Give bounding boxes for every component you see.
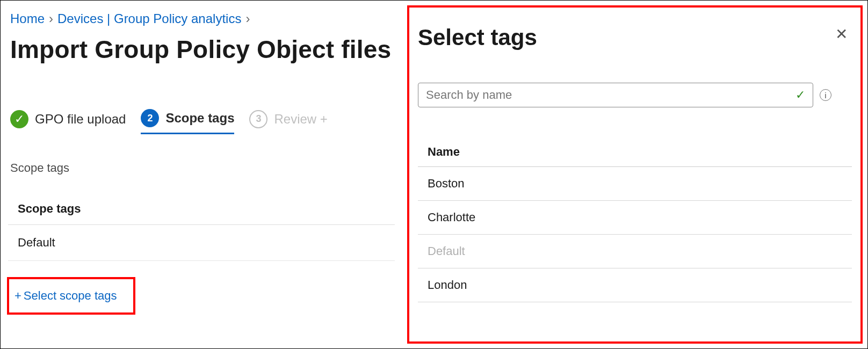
- highlighted-select-scope-tags: + Select scope tags: [7, 277, 135, 315]
- main-pane: Home › Devices | Group Policy analytics …: [1, 1, 404, 348]
- scope-tags-table: Scope tags Default: [8, 202, 395, 261]
- check-icon: [10, 110, 28, 128]
- wizard-steps: GPO file upload 2 Scope tags 3 Review +: [10, 109, 395, 134]
- section-label: Scope tags: [10, 161, 395, 175]
- list-item[interactable]: Boston: [418, 167, 852, 201]
- list-header: Name: [418, 145, 852, 167]
- step-number-icon: 2: [141, 109, 159, 127]
- page-title: Import Group Policy Object files: [10, 35, 395, 64]
- import-gpo-page: Home › Devices | Group Policy analytics …: [0, 0, 868, 349]
- valid-icon: ✓: [795, 88, 805, 102]
- table-header: Scope tags: [8, 202, 395, 225]
- chevron-right-icon: ›: [243, 11, 252, 26]
- list-item[interactable]: London: [418, 268, 852, 302]
- wizard-step-label: Review +: [274, 112, 327, 127]
- table-row: Default: [8, 225, 395, 261]
- wizard-step-gpo-upload[interactable]: GPO file upload: [10, 110, 126, 134]
- step-number-icon: 3: [249, 110, 267, 128]
- breadcrumb-home[interactable]: Home: [10, 11, 45, 26]
- wizard-step-label: Scope tags: [165, 111, 234, 126]
- plus-icon: +: [15, 289, 21, 303]
- tags-list: Name Boston Charlotte Default London: [418, 145, 852, 302]
- search-input-wrapper[interactable]: ✓: [418, 83, 813, 107]
- list-item: Default: [418, 235, 852, 268]
- panel-title: Select tags: [418, 25, 537, 50]
- breadcrumb-section[interactable]: Devices | Group Policy analytics: [57, 11, 241, 26]
- breadcrumb: Home › Devices | Group Policy analytics …: [10, 11, 395, 26]
- chevron-right-icon: ›: [47, 11, 55, 26]
- select-tags-panel: Select tags ✕ ✓ i Name Boston Charlotte …: [407, 5, 863, 344]
- wizard-step-scope-tags[interactable]: 2 Scope tags: [141, 109, 234, 134]
- list-item[interactable]: Charlotte: [418, 201, 852, 235]
- select-link-label: Select scope tags: [24, 289, 117, 303]
- search-input[interactable]: [426, 88, 790, 102]
- select-scope-tags-link[interactable]: + Select scope tags: [15, 289, 117, 303]
- info-icon[interactable]: i: [820, 89, 831, 101]
- close-icon[interactable]: ✕: [831, 25, 852, 44]
- wizard-step-label: GPO file upload: [35, 112, 126, 127]
- wizard-step-review[interactable]: 3 Review +: [249, 110, 327, 134]
